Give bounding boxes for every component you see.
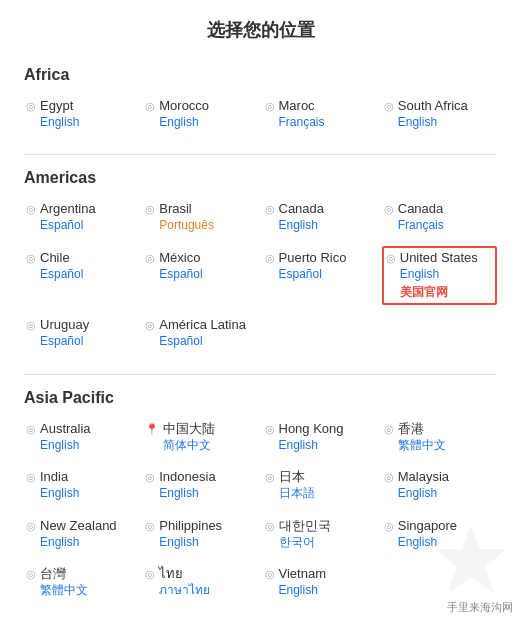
country-item[interactable]: ◎MalaysiaEnglish <box>382 465 497 505</box>
country-item[interactable]: ◎ChileEspañol <box>24 246 139 305</box>
country-name: Argentina <box>40 201 96 218</box>
country-lang: 日本語 <box>279 486 315 502</box>
country-info: EgyptEnglish <box>40 98 79 130</box>
country-name: Egypt <box>40 98 79 115</box>
pin-icon: ◎ <box>265 100 275 113</box>
country-name: Maroc <box>279 98 325 115</box>
country-item[interactable]: ◎New ZealandEnglish <box>24 514 139 554</box>
us-sublabel: 美国官网 <box>400 284 478 301</box>
country-name: 香港 <box>398 421 446 438</box>
country-item[interactable]: ◎대한민국한국어 <box>263 514 378 554</box>
country-item[interactable]: ◎Hong KongEnglish <box>263 417 378 457</box>
country-item[interactable]: ◎MarocFrançais <box>263 94 378 134</box>
country-name: Indonesia <box>159 469 215 486</box>
country-lang: 简体中文 <box>163 438 215 454</box>
pin-icon: ◎ <box>145 100 155 113</box>
country-grid: ◎AustraliaEnglish📍中国大陆简体中文◎Hong KongEngl… <box>24 417 497 603</box>
country-lang: Español <box>279 267 347 283</box>
country-lang: English <box>398 115 468 131</box>
country-name: 台灣 <box>40 566 88 583</box>
country-info: MarocFrançais <box>279 98 325 130</box>
country-item[interactable]: ◎ArgentinaEspañol <box>24 197 139 237</box>
country-item[interactable]: ◎Puerto RicoEspañol <box>263 246 378 305</box>
country-item[interactable]: ◎CanadaFrançais <box>382 197 497 237</box>
country-item[interactable]: ◎South AfricaEnglish <box>382 94 497 134</box>
country-name: Singapore <box>398 518 457 535</box>
country-name: Hong Kong <box>279 421 344 438</box>
region-section-americas: Americas◎ArgentinaEspañol◎BrasilPortuguê… <box>0 159 521 369</box>
country-item[interactable]: ◎香港繁體中文 <box>382 417 497 457</box>
country-item[interactable]: ◎台灣繁體中文 <box>24 562 139 602</box>
country-lang: Español <box>40 267 83 283</box>
pin-icon: ◎ <box>265 423 275 436</box>
pin-icon: ◎ <box>384 471 394 484</box>
country-item[interactable]: ◎BrasilPortuguês <box>143 197 258 237</box>
pin-icon: ◎ <box>384 203 394 216</box>
country-name: Uruguay <box>40 317 89 334</box>
country-info: New ZealandEnglish <box>40 518 117 550</box>
country-info: América LatinaEspañol <box>159 317 246 349</box>
page-title: 选择您的位置 <box>0 0 521 56</box>
country-info: 香港繁體中文 <box>398 421 446 453</box>
country-item[interactable]: ◎América LatinaEspañol <box>143 313 258 353</box>
country-name: América Latina <box>159 317 246 334</box>
pin-icon: ◎ <box>26 520 36 533</box>
pin-icon: ◎ <box>384 423 394 436</box>
country-item[interactable]: ◎EgyptEnglish <box>24 94 139 134</box>
country-name: Canada <box>279 201 325 218</box>
pin-icon: ◎ <box>26 423 36 436</box>
pin-icon: 📍 <box>145 423 159 436</box>
country-name: South Africa <box>398 98 468 115</box>
country-info: BrasilPortuguês <box>159 201 214 233</box>
country-item[interactable]: ◎ไทยภาษาไทย <box>143 562 258 602</box>
country-name: Malaysia <box>398 469 449 486</box>
region-heading: Americas <box>24 169 497 187</box>
country-item[interactable]: ◎IndonesiaEnglish <box>143 465 258 505</box>
country-info: MalaysiaEnglish <box>398 469 449 501</box>
country-info: MoroccoEnglish <box>159 98 209 130</box>
country-lang: English <box>398 486 449 502</box>
pin-icon: ◎ <box>26 471 36 484</box>
country-lang: Français <box>279 115 325 131</box>
country-item[interactable]: ◎UruguayEspañol <box>24 313 139 353</box>
country-lang: Español <box>159 267 202 283</box>
pin-icon: ◎ <box>265 471 275 484</box>
country-lang: English <box>398 535 457 551</box>
country-item[interactable]: ◎MéxicoEspañol <box>143 246 258 305</box>
country-item[interactable]: ◎AustraliaEnglish <box>24 417 139 457</box>
country-name: Puerto Rico <box>279 250 347 267</box>
pin-icon: ◎ <box>145 471 155 484</box>
country-item[interactable]: ◎United StatesEnglish美国官网 <box>382 246 497 305</box>
country-info: 台灣繁體中文 <box>40 566 88 598</box>
section-divider <box>24 374 497 375</box>
pin-icon: ◎ <box>145 520 155 533</box>
country-item[interactable]: ◎SingaporeEnglish <box>382 514 497 554</box>
pin-icon: ◎ <box>265 203 275 216</box>
country-lang: ภาษาไทย <box>159 583 210 599</box>
country-item[interactable]: ◎日本日本語 <box>263 465 378 505</box>
country-name: ไทย <box>159 566 210 583</box>
country-item[interactable]: ◎VietnamEnglish <box>263 562 378 602</box>
country-name: United States <box>400 250 478 267</box>
country-name: India <box>40 469 79 486</box>
country-name: Philippines <box>159 518 222 535</box>
country-lang: Español <box>159 334 246 350</box>
country-info: 中国大陆简体中文 <box>163 421 215 453</box>
country-name: Morocco <box>159 98 209 115</box>
country-name: 대한민국 <box>279 518 331 535</box>
country-info: MéxicoEspañol <box>159 250 202 282</box>
pin-icon: ◎ <box>384 100 394 113</box>
country-name: New Zealand <box>40 518 117 535</box>
country-name: Australia <box>40 421 91 438</box>
country-item[interactable]: ◎PhilippinesEnglish <box>143 514 258 554</box>
country-name: 中国大陆 <box>163 421 215 438</box>
country-item[interactable]: ◎MoroccoEnglish <box>143 94 258 134</box>
pin-icon: ◎ <box>265 568 275 581</box>
country-lang: English <box>40 486 79 502</box>
country-lang: 한국어 <box>279 535 331 551</box>
country-item[interactable]: 📍中国大陆简体中文 <box>143 417 258 457</box>
country-item[interactable]: ◎CanadaEnglish <box>263 197 378 237</box>
country-info: IndiaEnglish <box>40 469 79 501</box>
country-item[interactable]: ◎IndiaEnglish <box>24 465 139 505</box>
pin-icon: ◎ <box>145 568 155 581</box>
